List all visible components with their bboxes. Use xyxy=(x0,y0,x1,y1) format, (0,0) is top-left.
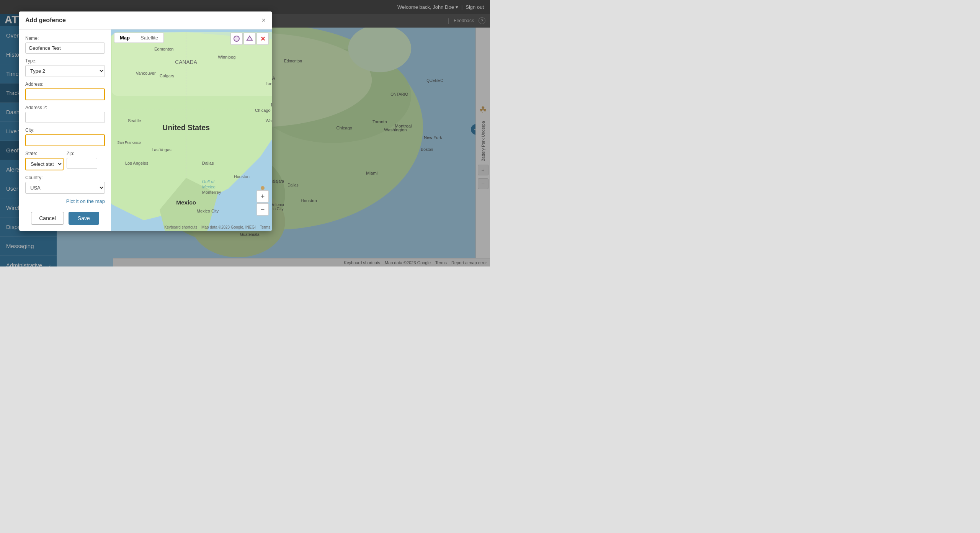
zoom-in-button[interactable]: + xyxy=(256,190,269,203)
svg-text:United States: United States xyxy=(162,123,210,132)
name-field-group: Name: xyxy=(25,36,105,54)
address-input[interactable] xyxy=(25,88,105,100)
modal-header: Add geofence × xyxy=(19,11,272,29)
svg-marker-61 xyxy=(247,36,252,40)
svg-text:Vancouver: Vancouver xyxy=(136,71,156,75)
svg-text:Gulf of: Gulf of xyxy=(202,179,216,184)
svg-text:Seattle: Seattle xyxy=(128,118,141,123)
modal-map-svg: United States Mexico CANADA Chicago Wash… xyxy=(111,29,272,231)
city-field-group: City: xyxy=(25,128,105,146)
svg-text:San Francisco: San Francisco xyxy=(117,140,141,144)
svg-text:Chicago: Chicago xyxy=(255,108,271,113)
svg-text:New York: New York xyxy=(271,102,272,108)
zoom-controls: + − xyxy=(256,190,269,216)
type-label: Type: xyxy=(25,58,105,64)
zip-label: Zip: xyxy=(67,151,105,156)
type-select[interactable]: Type 1 Type 2 Type 3 xyxy=(25,65,105,77)
type-field-group: Type: Type 1 Type 2 Type 3 xyxy=(25,58,105,77)
terms-text[interactable]: Terms xyxy=(260,225,270,229)
add-geofence-modal: Add geofence × Name: Type: Type 1 Type 2… xyxy=(19,11,272,231)
tab-map[interactable]: Map xyxy=(114,33,135,43)
svg-point-62 xyxy=(261,186,265,190)
svg-text:Winnipeg: Winnipeg xyxy=(218,55,235,59)
address2-field-group: Address 2: xyxy=(25,105,105,123)
address-field-group: Address: xyxy=(25,82,105,100)
country-field-group: Country: USA Canada Mexico xyxy=(25,175,105,194)
circle-draw-tool[interactable] xyxy=(230,33,243,45)
close-draw-tool[interactable]: ✕ xyxy=(256,33,269,45)
form-button-row: Cancel Save xyxy=(25,212,105,225)
modal-body: Name: Type: Type 1 Type 2 Type 3 Address… xyxy=(19,29,272,231)
polygon-draw-tool[interactable] xyxy=(243,33,256,45)
zip-field-group: Zip: xyxy=(67,151,105,170)
city-input[interactable] xyxy=(25,134,105,146)
modal-map-section: United States Mexico CANADA Chicago Wash… xyxy=(111,29,272,231)
address-label: Address: xyxy=(25,82,105,87)
modal-close-button[interactable]: × xyxy=(261,17,266,24)
svg-text:CANADA: CANADA xyxy=(175,59,197,65)
country-label: Country: xyxy=(25,175,105,180)
save-button[interactable]: Save xyxy=(69,212,99,225)
svg-text:Monterrey: Monterrey xyxy=(202,190,221,195)
svg-text:Las Vegas: Las Vegas xyxy=(152,147,172,152)
svg-text:Washington: Washington xyxy=(266,118,272,123)
svg-point-60 xyxy=(234,36,239,41)
plot-on-map-link[interactable]: Plot it on the map xyxy=(25,198,105,204)
svg-text:Mexico City: Mexico City xyxy=(197,209,219,213)
zip-input[interactable] xyxy=(67,158,97,169)
svg-text:Calgary: Calgary xyxy=(160,74,175,78)
svg-text:Mexico: Mexico xyxy=(202,185,216,189)
svg-text:Dallas: Dallas xyxy=(202,161,214,165)
state-zip-row: State: Select state ALAKAZCA COFLGANY TX… xyxy=(25,151,105,175)
svg-text:Los Angeles: Los Angeles xyxy=(125,161,149,165)
map-tabs: Map Satellite xyxy=(114,33,164,43)
map-attribution-bar: Keyboard shortcuts Map data ©2023 Google… xyxy=(164,225,270,229)
state-field-group: State: Select state ALAKAZCA COFLGANY TX xyxy=(25,151,64,170)
map-tools: ✕ xyxy=(230,33,269,45)
close-icon: ✕ xyxy=(260,35,265,43)
state-select[interactable]: Select state ALAKAZCA COFLGANY TX xyxy=(25,158,64,170)
svg-text:Houston: Houston xyxy=(234,174,250,179)
country-select[interactable]: USA Canada Mexico xyxy=(25,182,105,194)
svg-text:Toronto: Toronto xyxy=(266,81,272,86)
address2-input[interactable] xyxy=(25,112,105,123)
svg-text:Edmonton: Edmonton xyxy=(154,47,173,51)
keyboard-shortcuts-text[interactable]: Keyboard shortcuts xyxy=(164,225,197,229)
city-label: City: xyxy=(25,128,105,133)
svg-text:Mexico: Mexico xyxy=(176,199,196,206)
geofence-form: Name: Type: Type 1 Type 2 Type 3 Address… xyxy=(19,29,111,231)
tab-satellite[interactable]: Satellite xyxy=(135,33,163,43)
map-data-credit: Map data ©2023 Google, INEGI xyxy=(201,225,256,229)
zoom-out-button[interactable]: − xyxy=(256,203,269,216)
address2-label: Address 2: xyxy=(25,105,105,110)
state-label: State: xyxy=(25,151,64,156)
modal-title: Add geofence xyxy=(25,17,66,24)
cancel-button[interactable]: Cancel xyxy=(31,212,64,225)
name-label: Name: xyxy=(25,36,105,41)
name-input[interactable] xyxy=(25,43,105,54)
